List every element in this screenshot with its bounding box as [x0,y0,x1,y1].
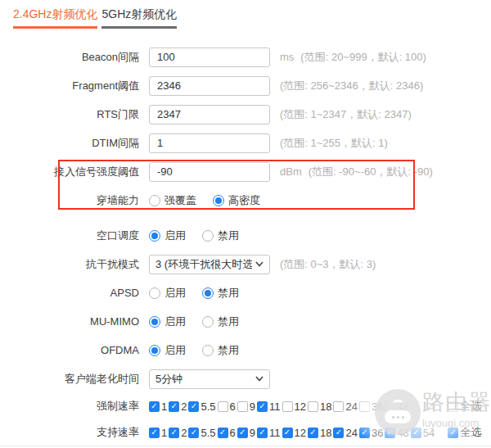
field-label: Fragment阈值 [0,79,139,93]
field-area: 启用禁用 [149,315,491,329]
radio-option[interactable]: 禁用 [202,343,239,358]
field-label: 支持速率 [0,425,139,440]
checkbox[interactable] [169,401,179,412]
text-input[interactable] [149,105,270,124]
radio-button[interactable] [202,287,214,299]
field-area: 启用禁用 [149,343,491,358]
radio-button[interactable] [213,195,224,206]
chevron-down-icon [255,261,264,267]
checkbox-label: 54 [423,400,435,413]
radio-button[interactable] [149,230,160,242]
checkbox-label: 12 [295,427,306,439]
radio-label: 启用 [164,315,186,329]
checkbox[interactable] [411,401,421,412]
checkbox-label: 18 [320,427,331,439]
radio-label: 禁用 [218,343,239,358]
radio-button[interactable] [149,345,160,356]
field-label: 穿墙能力 [0,193,139,208]
radio-button[interactable] [202,316,214,328]
checkbox[interactable] [411,428,421,438]
radio-label: 启用 [164,286,186,301]
checkbox-label: 2 [181,427,187,439]
radio-button[interactable] [149,195,160,206]
form-rows: Beacon间隔ms(范围: 20~999，默认: 100)Fragment阈值… [0,43,491,446]
checkbox[interactable] [308,428,318,438]
radio-option[interactable]: 启用 [149,315,186,329]
form-row: RTS门限(范围: 1~2347，默认: 2347) [0,100,491,129]
radio-button[interactable] [202,230,214,242]
radio-option[interactable]: 强覆盖 [149,193,196,208]
checkbox[interactable] [308,401,318,412]
checkbox[interactable] [149,401,160,412]
checkbox[interactable] [333,428,344,438]
radio-option[interactable]: 启用 [149,343,186,358]
checkbox-select-all[interactable] [448,401,458,412]
checkbox-label: 11 [269,400,281,413]
radio-button[interactable] [149,316,160,328]
field-label: MU-MIMO [0,315,139,328]
range-hint: (范围: 20~999，默认: 100) [300,50,426,65]
radio-label: 禁用 [218,229,239,243]
checkbox[interactable] [169,428,179,438]
select-dropdown[interactable]: 3 (环境干扰很大时选择 [149,255,270,274]
text-input[interactable] [149,48,270,67]
checkbox[interactable] [188,401,199,412]
text-input[interactable] [149,162,270,182]
checkbox-label: 36 [372,427,383,439]
checkbox[interactable] [282,428,293,438]
checkbox[interactable] [188,428,199,438]
radio-option[interactable]: 高密度 [213,193,260,208]
unit-label: dBm [280,165,302,178]
checkbox[interactable] [333,401,344,412]
checkbox-label: 24 [345,400,357,413]
field-label: 接入信号强度阈值 [0,165,139,179]
radio-option[interactable]: 启用 [149,286,186,301]
checkbox[interactable] [385,401,395,412]
checkbox-label: 48 [397,427,408,439]
select-dropdown[interactable]: 5分钟 [149,369,270,389]
field-area: 125.56911121824364854全选 [149,399,491,414]
text-input[interactable] [149,76,270,96]
checkbox[interactable] [237,401,248,412]
radio-option[interactable]: 禁用 [202,315,239,329]
checkbox-select-all[interactable] [448,428,458,438]
radio-option[interactable]: 禁用 [202,286,239,301]
checkbox[interactable] [257,401,268,412]
radio-button[interactable] [149,287,160,299]
checkbox[interactable] [385,428,395,438]
checkbox[interactable] [218,428,228,438]
checkbox[interactable] [237,428,248,438]
checkbox[interactable] [359,428,370,438]
form-row: 穿墙能力强覆盖高密度 [0,186,491,215]
field-label: DTIM间隔 [0,136,139,151]
checkbox-label: 12 [295,400,306,413]
tab-5ghz-rf-optimization[interactable]: 5GHz射频优化 [101,7,177,29]
checkbox[interactable] [218,401,228,412]
checkbox-label: 54 [423,427,435,439]
checkbox-label: 全选 [460,425,481,440]
radio-button[interactable] [202,345,214,356]
checkbox[interactable] [282,401,293,412]
field-area: 强覆盖高密度 [149,193,491,208]
tab-bar: 2.4GHz射频优化 5GHz射频优化 [0,0,491,29]
checkbox[interactable] [149,428,160,438]
checkbox-label: 6 [230,427,236,439]
checkbox[interactable] [257,428,268,438]
radio-label: 启用 [164,229,186,243]
field-area: 启用禁用 [149,286,491,301]
tab-24ghz-rf-optimization[interactable]: 2.4GHz射频优化 [13,7,97,29]
form-row: Beacon间隔ms(范围: 20~999，默认: 100) [0,43,491,71]
form-row: DTIM间隔(范围: 1~255，默认: 1) [0,129,491,157]
text-input[interactable] [149,133,270,153]
checkbox[interactable] [359,401,370,412]
select-value: 5分钟 [155,372,182,387]
radio-label: 禁用 [218,286,239,301]
field-label: Beacon间隔 [0,50,139,65]
radio-option[interactable]: 禁用 [202,229,239,243]
radio-option[interactable]: 启用 [149,229,186,243]
checkbox-label: 1 [161,400,167,413]
checkbox-label: 5.5 [200,427,215,439]
field-area: 125.56911121824364854全选 [149,425,491,440]
form-row: 接入信号强度阈值dBm(范围: -90~-60，默认: -90) [0,157,491,186]
range-hint: (范围: -90~-60，默认: -90) [309,165,433,179]
